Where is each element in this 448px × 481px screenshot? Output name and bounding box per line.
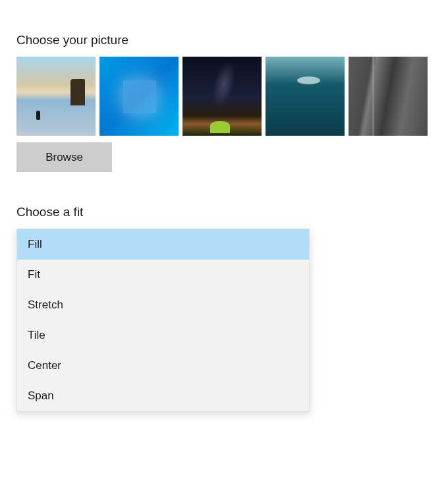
picture-thumbnails [16,57,432,136]
browse-button[interactable]: Browse [16,142,112,172]
choose-fit-section: Choose a fit Fill Fit Stretch Tile Cente… [16,205,432,412]
picture-thumbnail-rock[interactable] [349,57,428,136]
fit-option-fit[interactable]: Fit [17,260,309,290]
fit-option-stretch[interactable]: Stretch [17,290,309,320]
choose-picture-section: Choose your picture Browse [16,33,432,172]
fit-dropdown: Fill Fit Stretch Tile Center Span [16,229,310,412]
choose-fit-title: Choose a fit [16,205,432,219]
picture-thumbnail-beach[interactable] [16,57,96,136]
fit-option-span[interactable]: Span [17,381,309,411]
fit-option-center[interactable]: Center [17,351,309,381]
fit-option-tile[interactable]: Tile [17,320,309,351]
fit-option-fill[interactable]: Fill [17,229,309,260]
choose-picture-title: Choose your picture [16,33,432,47]
picture-thumbnail-night[interactable] [182,57,262,136]
picture-thumbnail-windows[interactable] [99,57,179,136]
picture-thumbnail-underwater[interactable] [266,57,345,136]
